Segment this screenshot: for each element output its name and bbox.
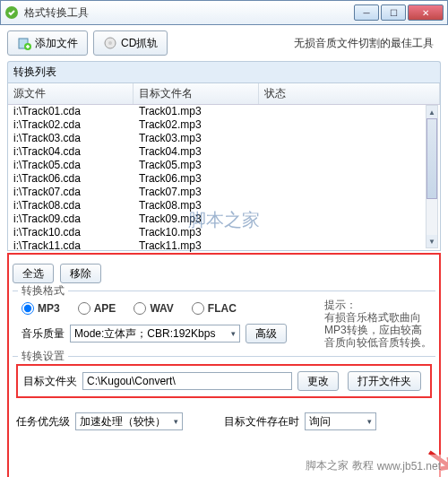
radio-ape-input[interactable]: [78, 302, 90, 315]
cell-source: i:\Track03.cda: [8, 132, 134, 145]
close-button[interactable]: ✕: [408, 4, 444, 21]
cell-status: [259, 226, 440, 239]
maximize-button[interactable]: ☐: [381, 4, 406, 21]
cell-source: i:\Track09.cda: [8, 212, 134, 226]
scroll-up-icon[interactable]: ▲: [426, 106, 437, 118]
radio-flac[interactable]: FLAC: [192, 302, 237, 315]
cell-source: i:\Track05.cda: [8, 159, 134, 172]
table-row[interactable]: i:\Track03.cdaTrack03.mp3: [8, 132, 440, 145]
cell-status: [259, 239, 440, 253]
cell-source: i:\Track07.cda: [8, 186, 134, 199]
col-status[interactable]: 状态: [259, 83, 440, 104]
cell-source: i:\Track04.cda: [8, 145, 134, 159]
app-icon: [4, 5, 19, 20]
add-file-label: 添加文件: [35, 36, 78, 51]
cell-source: i:\Track10.cda: [8, 226, 134, 239]
radio-mp3[interactable]: MP3: [22, 302, 60, 315]
cell-source: i:\Track11.cda: [8, 239, 134, 253]
quality-label: 音乐质量: [22, 326, 65, 342]
table-row[interactable]: i:\Track01.cdaTrack01.mp3: [8, 105, 440, 118]
cell-target: Track02.mp3: [134, 118, 259, 132]
radio-mp3-input[interactable]: [22, 302, 34, 315]
file-exist-label: 目标文件存在时: [224, 414, 299, 429]
list-header: 源文件 目标文件名 状态: [8, 83, 440, 105]
target-folder-input[interactable]: C:\Kugou\Convert\: [82, 372, 292, 390]
cell-status: [259, 145, 440, 159]
minimize-button[interactable]: ─: [354, 4, 379, 21]
footer-site: www.jb51.net: [377, 460, 441, 473]
scroll-thumb[interactable]: [426, 118, 437, 199]
open-folder-button[interactable]: 打开文件夹: [348, 371, 421, 391]
priority-label: 任务优先级: [16, 414, 70, 429]
subtitle: 无损音质文件切割的最佳工具: [294, 36, 441, 51]
list-scrollbar[interactable]: ▲ ▼: [426, 105, 438, 248]
list-title: 转换列表: [7, 61, 441, 82]
cell-status: [259, 172, 440, 186]
col-target[interactable]: 目标文件名: [134, 83, 259, 104]
cell-source: i:\Track02.cda: [8, 118, 134, 132]
hint-text: 提示： 有损音乐格式歌曲向MP3转换，应由较高音质向较低音质转换。: [324, 299, 432, 349]
cell-target: Track05.mp3: [134, 159, 259, 172]
cell-target: Track06.mp3: [134, 172, 259, 186]
cell-status: [259, 186, 440, 199]
title-bar: 格式转换工具 ─ ☐ ✕: [0, 0, 448, 25]
cell-source: i:\Track08.cda: [8, 199, 134, 212]
select-all-button[interactable]: 全选: [13, 264, 54, 283]
cell-target: Track08.mp3: [134, 199, 259, 212]
target-folder-label: 目标文件夹: [23, 374, 77, 389]
table-row[interactable]: i:\Track11.cdaTrack11.mp3: [8, 239, 440, 253]
cell-source: i:\Track01.cda: [8, 105, 134, 118]
svg-point-4: [108, 41, 112, 45]
cell-target: Track11.mp3: [134, 239, 259, 253]
table-row[interactable]: i:\Track07.cdaTrack07.mp3: [8, 186, 440, 199]
cell-status: [259, 199, 440, 212]
table-row[interactable]: i:\Track09.cdaTrack09.mp3: [8, 212, 440, 226]
format-group: 转换格式 MP3 APE WAV FLAC 音乐质量 Mode:立体声；CBR:…: [13, 291, 435, 352]
cell-status: [259, 105, 440, 118]
cell-status: [259, 159, 440, 172]
cell-target: Track07.mp3: [134, 186, 259, 199]
advanced-button[interactable]: 高级: [246, 324, 287, 343]
cell-status: [259, 212, 440, 226]
table-row[interactable]: i:\Track05.cdaTrack05.mp3: [8, 159, 440, 172]
add-file-button[interactable]: 添加文件: [7, 30, 88, 56]
table-row[interactable]: i:\Track04.cdaTrack04.mp3: [8, 145, 440, 159]
target-folder-highlight: 目标文件夹 C:\Kugou\Convert\ 更改 打开文件夹: [16, 364, 432, 398]
window-title: 格式转换工具: [24, 5, 354, 21]
change-button[interactable]: 更改: [297, 371, 339, 391]
add-file-icon: [17, 36, 31, 50]
cell-target: Track09.mp3: [134, 212, 259, 226]
cell-target: Track10.mp3: [134, 226, 259, 239]
table-row[interactable]: i:\Track08.cdaTrack08.mp3: [8, 199, 440, 212]
cell-target: Track01.mp3: [134, 105, 259, 118]
cell-target: Track03.mp3: [134, 132, 259, 145]
radio-wav-input[interactable]: [134, 302, 146, 315]
table-row[interactable]: i:\Track06.cdaTrack06.mp3: [8, 172, 440, 186]
file-list: 源文件 目标文件名 状态 i:\Track01.cdaTrack01.mp3i:…: [7, 82, 441, 251]
footer-credit: 脚本之家 教程: [306, 458, 373, 473]
remove-button[interactable]: 移除: [60, 264, 101, 283]
radio-flac-input[interactable]: [192, 302, 204, 315]
cd-rip-label: CD抓轨: [121, 36, 158, 51]
footer: 脚本之家 教程 www.jb51.net: [298, 455, 448, 477]
radio-ape[interactable]: APE: [78, 302, 116, 315]
cell-target: Track04.mp3: [134, 145, 259, 159]
cd-rip-button[interactable]: CD抓轨: [93, 30, 168, 56]
cell-status: [259, 118, 440, 132]
quality-combo[interactable]: Mode:立体声；CBR:192Kbps: [70, 325, 240, 343]
cd-icon: [103, 36, 117, 50]
file-exist-combo[interactable]: 询问: [305, 412, 376, 430]
col-source[interactable]: 源文件: [8, 83, 134, 104]
table-row[interactable]: i:\Track10.cdaTrack10.mp3: [8, 226, 440, 239]
cell-source: i:\Track06.cda: [8, 172, 134, 186]
cell-status: [259, 132, 440, 145]
table-row[interactable]: i:\Track02.cdaTrack02.mp3: [8, 118, 440, 132]
settings-group: 转换设置 目标文件夹 C:\Kugou\Convert\ 更改 打开文件夹: [13, 356, 435, 402]
priority-combo[interactable]: 加速处理（较快）: [75, 412, 183, 430]
settings-group-label: 转换设置: [18, 349, 68, 364]
radio-wav[interactable]: WAV: [134, 302, 173, 315]
format-group-label: 转换格式: [18, 283, 68, 299]
scroll-down-icon[interactable]: ▼: [426, 235, 437, 247]
